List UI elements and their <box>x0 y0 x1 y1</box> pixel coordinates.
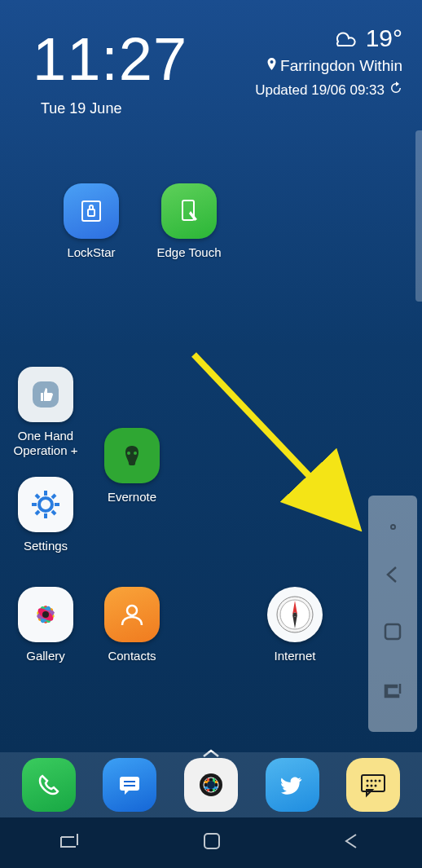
dock-twitter[interactable] <box>266 758 319 812</box>
svg-point-29 <box>293 613 297 617</box>
temperature: 19° <box>366 24 402 52</box>
svg-rect-32 <box>385 624 400 639</box>
app-edge-touch[interactable]: Edge Touch <box>147 183 231 260</box>
clock-date[interactable]: Tue 19 June <box>41 100 121 117</box>
clock-time[interactable]: 11:27 <box>33 24 187 94</box>
svg-point-23 <box>42 611 49 618</box>
app-label: Evernote <box>108 490 156 504</box>
system-navbar <box>0 817 422 868</box>
svg-point-24 <box>127 606 137 615</box>
app-contacts[interactable]: Contacts <box>90 587 174 663</box>
nav-back-button[interactable] <box>382 564 403 588</box>
refresh-icon[interactable] <box>389 82 402 99</box>
panel-handle-dot[interactable] <box>390 524 396 530</box>
svg-point-43 <box>207 781 215 789</box>
location-pin-icon <box>266 57 277 75</box>
nav-recents-button[interactable] <box>59 832 82 853</box>
app-label: Gallery <box>26 649 65 663</box>
dock-phone[interactable] <box>22 758 76 812</box>
nav-home-button[interactable] <box>202 831 222 854</box>
app-lockstar[interactable]: LockStar <box>49 183 134 260</box>
svg-rect-53 <box>204 834 219 848</box>
svg-rect-1 <box>88 209 95 216</box>
svg-point-49 <box>379 780 381 782</box>
svg-point-46 <box>367 780 369 782</box>
svg-marker-34 <box>125 789 130 795</box>
thumbs-up-icon <box>18 367 73 422</box>
svg-point-51 <box>371 785 373 787</box>
app-gallery[interactable]: Gallery <box>3 587 88 663</box>
status-header: 11:27 19° Farringdon Within Updated 19/0… <box>0 0 422 126</box>
floating-nav-panel[interactable] <box>368 496 417 732</box>
svg-point-48 <box>375 780 377 782</box>
app-one-hand-operation[interactable]: One Hand Operation + <box>3 367 88 458</box>
settings-icon <box>18 477 73 532</box>
svg-point-4 <box>127 452 130 455</box>
app-label: Settings <box>24 539 68 553</box>
svg-line-11 <box>36 495 39 498</box>
home-apps: LockStar Edge Touch One Hand Operation +… <box>0 183 422 762</box>
svg-point-52 <box>375 785 377 787</box>
dock-camera[interactable] <box>184 758 238 812</box>
app-label: Edge Touch <box>157 245 222 260</box>
svg-point-47 <box>371 780 373 782</box>
app-label: Internet <box>275 649 316 663</box>
app-settings[interactable]: Settings <box>3 477 88 553</box>
svg-point-50 <box>367 785 369 787</box>
svg-point-5 <box>134 452 137 455</box>
svg-line-13 <box>36 511 39 514</box>
contacts-icon <box>104 587 160 642</box>
svg-line-12 <box>52 511 55 514</box>
updated-text: Updated 19/06 09:33 <box>255 82 385 99</box>
edge-touch-icon <box>161 183 217 239</box>
app-label: LockStar <box>67 245 115 260</box>
cloud-icon <box>330 24 358 52</box>
svg-point-6 <box>39 498 52 511</box>
weather-widget[interactable]: 19° Farringdon Within Updated 19/06 09:3… <box>255 24 402 99</box>
lockstar-icon <box>64 183 119 239</box>
svg-rect-0 <box>82 201 100 221</box>
nav-home-button[interactable] <box>383 622 402 645</box>
evernote-icon <box>104 428 160 483</box>
app-label: One Hand Operation + <box>3 429 88 458</box>
internet-icon <box>267 587 323 642</box>
svg-rect-33 <box>120 777 139 791</box>
location-text: Farringdon Within <box>280 57 402 75</box>
svg-line-14 <box>52 495 55 498</box>
app-evernote[interactable]: Evernote <box>90 428 174 504</box>
dock-bbm[interactable] <box>346 758 400 812</box>
nav-recents-button[interactable] <box>382 679 403 703</box>
gallery-icon <box>18 587 73 642</box>
app-label: Contacts <box>108 649 156 663</box>
dock-messages[interactable] <box>103 758 156 812</box>
app-internet[interactable]: Internet <box>253 587 337 663</box>
nav-back-button[interactable] <box>341 832 363 853</box>
dock <box>0 752 422 817</box>
